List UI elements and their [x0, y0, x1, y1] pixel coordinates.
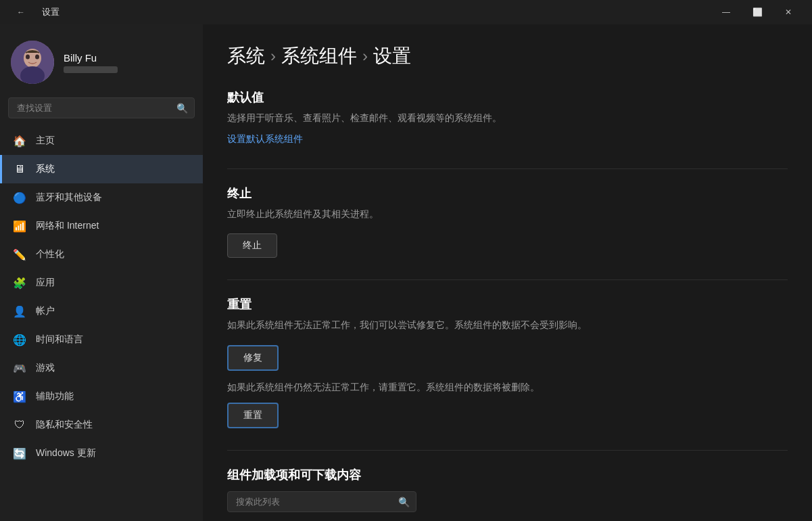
- user-section[interactable]: Billy Fu: [0, 24, 203, 97]
- sidebar-label-update: Windows 更新: [36, 447, 96, 459]
- personalization-icon: ✏️: [13, 248, 26, 261]
- titlebar-left: ← 设置: [5, 0, 59, 24]
- sidebar-label-games: 游戏: [36, 362, 55, 374]
- sidebar-item-accessibility[interactable]: ♿ 辅助功能: [0, 382, 203, 411]
- sidebar-label-bluetooth: 蓝牙和其他设备: [36, 191, 102, 204]
- sidebar-item-network[interactable]: 📶 网络和 Internet: [0, 212, 203, 240]
- user-subtitle: [64, 66, 118, 73]
- sidebar-item-games[interactable]: 🎮 游戏: [0, 354, 203, 382]
- sidebar-label-apps: 应用: [36, 277, 55, 289]
- repair-button[interactable]: 修复: [227, 345, 279, 371]
- sidebar-item-time[interactable]: 🌐 时间和语言: [0, 325, 203, 354]
- breadcrumb-part2: 系统组件: [281, 43, 357, 69]
- svg-point-3: [26, 55, 30, 60]
- section-addons: 组件加载项和可下载内容 🔍: [227, 467, 788, 512]
- time-icon: 🌐: [13, 333, 26, 346]
- addon-search-box[interactable]: 🔍: [227, 491, 416, 512]
- sidebar-label-system: 系统: [36, 163, 55, 175]
- games-icon: 🎮: [13, 361, 26, 375]
- update-icon: 🔄: [13, 447, 26, 460]
- search-input[interactable]: [8, 97, 195, 118]
- maximize-button[interactable]: ⬜: [742, 0, 773, 24]
- home-icon: 🏠: [13, 134, 26, 148]
- sidebar-label-privacy: 隐私和安全性: [36, 419, 93, 431]
- titlebar: ← 设置 — ⬜ ✕: [0, 0, 812, 24]
- accounts-icon: 👤: [13, 304, 26, 318]
- back-button[interactable]: ←: [5, 0, 37, 24]
- breadcrumb-current: 设置: [373, 43, 411, 69]
- divider-3: [227, 450, 788, 451]
- user-info: Billy Fu: [64, 52, 118, 73]
- user-name: Billy Fu: [64, 52, 118, 64]
- terminate-title: 终止: [227, 185, 788, 202]
- accessibility-icon: ♿: [13, 390, 26, 403]
- bluetooth-icon: 🔵: [13, 191, 26, 204]
- sidebar: Billy Fu 🔍 🏠 主页 🖥 系统 🔵 蓝牙和其他设备 📶 网络和 Int…: [0, 24, 203, 521]
- breadcrumb-sep1: ›: [270, 47, 276, 66]
- divider-2: [227, 279, 788, 280]
- reset-button[interactable]: 重置: [227, 403, 279, 428]
- svg-point-4: [35, 55, 39, 60]
- sidebar-item-update[interactable]: 🔄 Windows 更新: [0, 439, 203, 468]
- window-controls: — ⬜ ✕: [711, 0, 804, 24]
- sidebar-label-time: 时间和语言: [36, 334, 83, 346]
- sidebar-item-bluetooth[interactable]: 🔵 蓝牙和其他设备: [0, 183, 203, 212]
- terminate-desc: 立即终止此系统组件及其相关进程。: [227, 207, 788, 222]
- close-button[interactable]: ✕: [773, 0, 804, 24]
- reset-title: 重置: [227, 296, 788, 313]
- section-defaults: 默认值 选择用于听音乐、查看照片、检查邮件、观看视频等的系统组件。 设置默认系统…: [227, 89, 788, 147]
- defaults-title: 默认值: [227, 89, 788, 106]
- privacy-icon: 🛡: [13, 418, 26, 432]
- apps-icon: 🧩: [13, 276, 26, 290]
- sidebar-item-privacy[interactable]: 🛡 隐私和安全性: [0, 411, 203, 439]
- sidebar-item-personalization[interactable]: ✏️ 个性化: [0, 240, 203, 269]
- breadcrumb-sep2: ›: [362, 47, 368, 66]
- addon-search-icon: 🔍: [398, 497, 410, 507]
- sidebar-label-accessibility: 辅助功能: [36, 390, 74, 403]
- network-icon: 📶: [13, 219, 26, 233]
- sidebar-label-home: 主页: [36, 135, 55, 147]
- section-reset: 重置 如果此系统组件无法正常工作，我们可以尝试修复它。系统组件的数据不会受到影响…: [227, 296, 788, 428]
- content-area: 系统 › 系统组件 › 设置 默认值 选择用于听音乐、查看照片、检查邮件、观看视…: [203, 24, 812, 521]
- breadcrumb-part1: 系统: [227, 43, 265, 69]
- defaults-link[interactable]: 设置默认系统组件: [227, 133, 303, 145]
- reset-desc1: 如果此系统组件无法正常工作，我们可以尝试修复它。系统组件的数据不会受到影响。: [227, 318, 788, 333]
- sidebar-item-apps[interactable]: 🧩 应用: [0, 269, 203, 297]
- addon-search-input[interactable]: [227, 491, 416, 512]
- section-terminate: 终止 立即终止此系统组件及其相关进程。 终止: [227, 185, 788, 258]
- search-box[interactable]: 🔍: [8, 97, 195, 118]
- reset-desc2: 如果此系统组件仍然无法正常工作，请重置它。系统组件的数据将被删除。: [227, 380, 788, 395]
- sidebar-label-network: 网络和 Internet: [36, 220, 99, 232]
- breadcrumb: 系统 › 系统组件 › 设置: [227, 43, 788, 69]
- sidebar-item-system[interactable]: 🖥 系统: [0, 155, 203, 183]
- sidebar-item-accounts[interactable]: 👤 帐户: [0, 297, 203, 325]
- avatar[interactable]: [11, 41, 54, 84]
- defaults-desc: 选择用于听音乐、查看照片、检查邮件、观看视频等的系统组件。: [227, 111, 788, 126]
- window-title: 设置: [42, 6, 59, 18]
- app-body: Billy Fu 🔍 🏠 主页 🖥 系统 🔵 蓝牙和其他设备 📶 网络和 Int…: [0, 24, 812, 521]
- divider-1: [227, 168, 788, 169]
- sidebar-label-accounts: 帐户: [36, 305, 55, 317]
- system-icon: 🖥: [13, 162, 26, 176]
- sidebar-label-personalization: 个性化: [36, 248, 64, 260]
- terminate-button[interactable]: 终止: [227, 233, 277, 258]
- addons-title: 组件加载项和可下载内容: [227, 467, 788, 483]
- sidebar-item-home[interactable]: 🏠 主页: [0, 127, 203, 155]
- minimize-button[interactable]: —: [711, 0, 742, 24]
